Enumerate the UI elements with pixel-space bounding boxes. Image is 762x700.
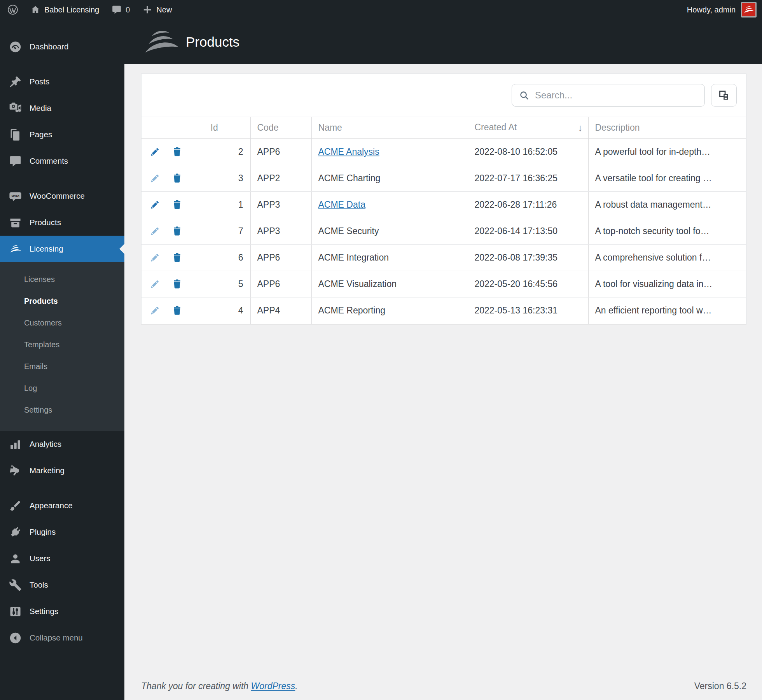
submenu-item-customers[interactable]: Customers <box>0 312 124 334</box>
product-name-link[interactable]: ACME Analysis <box>318 147 379 157</box>
product-name-link[interactable]: ACME Data <box>318 200 365 210</box>
sidebar-item-comments[interactable]: Comments <box>0 148 124 174</box>
sidebar-item-media[interactable]: Media <box>0 95 124 121</box>
copy-export-button[interactable] <box>711 84 737 107</box>
submenu-item-emails[interactable]: Emails <box>0 355 124 377</box>
svg-text:Woo: Woo <box>11 193 19 198</box>
edit-button[interactable] <box>149 146 161 158</box>
howdy-text[interactable]: Howdy, admin <box>687 5 736 14</box>
products-table: IdCodeNameCreated At↓Description 2APP6AC… <box>142 117 746 324</box>
cell-created-at: 2022-05-13 16:23:31 <box>468 298 588 324</box>
cell-created-at: 2022-06-08 17:39:35 <box>468 245 588 271</box>
sidebar-item-marketing[interactable]: Marketing <box>0 457 124 484</box>
delete-button[interactable] <box>171 146 183 158</box>
column-header-name[interactable]: Name <box>311 117 468 139</box>
home-icon <box>30 5 40 15</box>
cell-code: APP3 <box>250 192 311 218</box>
cell-name: ACME Security <box>311 218 468 245</box>
search-box <box>512 84 705 107</box>
table-row: 1APP3ACME Data2022-06-28 17:11:26A robus… <box>142 192 746 218</box>
page-title: Products <box>186 34 239 50</box>
cell-description: A tool for visualizing data in… <box>588 271 746 298</box>
sidebar-item-licensing[interactable]: Licensing <box>0 236 124 262</box>
submenu-item-products[interactable]: Products <box>0 290 124 312</box>
cell-id: 1 <box>204 192 250 218</box>
site-name-link[interactable]: Babel Licensing <box>24 0 105 19</box>
sidebar-item-posts[interactable]: Posts <box>0 68 124 95</box>
comment-bubble-icon <box>112 5 122 15</box>
plus-icon <box>142 5 152 15</box>
wrench-icon <box>6 579 24 592</box>
cell-description: A versatile tool for creating … <box>588 165 746 192</box>
cell-code: APP6 <box>250 271 311 298</box>
sidebar-item-settings[interactable]: Settings <box>0 598 124 625</box>
submenu-item-templates[interactable]: Templates <box>0 334 124 355</box>
delete-button[interactable] <box>171 252 183 263</box>
wordpress-menu[interactable] <box>0 0 24 19</box>
row-actions <box>142 165 204 192</box>
sidebar-item-woocommerce[interactable]: WooWooCommerce <box>0 183 124 209</box>
submenu-item-licenses[interactable]: Licenses <box>0 268 124 290</box>
cell-id: 2 <box>204 139 250 165</box>
sidebar-item-analytics[interactable]: Analytics <box>0 431 124 457</box>
edit-button[interactable] <box>149 173 161 184</box>
cell-id: 6 <box>204 245 250 271</box>
new-content-button[interactable]: New <box>136 0 178 19</box>
column-header-id[interactable]: Id <box>204 117 250 139</box>
delete-button[interactable] <box>171 199 183 210</box>
user-icon <box>6 552 24 565</box>
babel-logo-icon <box>6 243 24 256</box>
delete-button[interactable] <box>171 305 183 316</box>
woocommerce-icon: Woo <box>6 190 24 203</box>
delete-button[interactable] <box>171 278 183 290</box>
paintbrush-icon <box>6 499 24 512</box>
admin-bar: Babel Licensing 0 New Howdy, admin <box>0 0 762 19</box>
cell-description: An efficient reporting tool w… <box>588 298 746 324</box>
column-header-code[interactable]: Code <box>250 117 311 139</box>
sidebar-item-collapse-menu[interactable]: Collapse menu <box>0 625 124 651</box>
search-input[interactable] <box>535 90 697 101</box>
sidebar-item-dashboard[interactable]: Dashboard <box>0 33 124 60</box>
table-row: 5APP6ACME Visualization2022-05-20 16:45:… <box>142 271 746 298</box>
page-header: Products <box>124 19 762 64</box>
footer: Thank you for creating with WordPress. V… <box>141 681 746 691</box>
copy-icon <box>718 89 730 102</box>
cell-name: ACME Integration <box>311 245 468 271</box>
edit-button[interactable] <box>149 252 161 263</box>
cell-code: APP3 <box>250 218 311 245</box>
table-row: 4APP4ACME Reporting2022-05-13 16:23:31An… <box>142 298 746 324</box>
sidebar-item-products[interactable]: Products <box>0 209 124 236</box>
edit-button[interactable] <box>149 199 161 210</box>
avatar[interactable] <box>741 2 757 18</box>
delete-button[interactable] <box>171 226 183 237</box>
row-actions <box>142 298 204 324</box>
table-row: 6APP6ACME Integration2022-06-08 17:39:35… <box>142 245 746 271</box>
sidebar-item-tools[interactable]: Tools <box>0 572 124 598</box>
sidebar-item-users[interactable]: Users <box>0 545 124 572</box>
wordpress-logo-icon <box>7 4 19 16</box>
sidebar-item-appearance[interactable]: Appearance <box>0 492 124 519</box>
cell-created-at: 2022-05-20 16:45:56 <box>468 271 588 298</box>
column-header-created-at[interactable]: Created At↓ <box>468 117 588 139</box>
cell-name: ACME Analysis <box>311 139 468 165</box>
sidebar-item-plugins[interactable]: Plugins <box>0 519 124 545</box>
sidebar-item-pages[interactable]: Pages <box>0 121 124 148</box>
cell-description: A top-notch security tool fo… <box>588 218 746 245</box>
submenu-item-log[interactable]: Log <box>0 377 124 399</box>
row-actions <box>142 271 204 298</box>
product-name: ACME Charting <box>318 173 381 183</box>
footer-thanks: Thank you for creating with WordPress. <box>141 681 298 691</box>
comments-indicator[interactable]: 0 <box>105 0 136 19</box>
edit-button[interactable] <box>149 226 161 237</box>
cell-code: APP4 <box>250 298 311 324</box>
version-text: Version 6.5.2 <box>694 681 746 691</box>
column-header-description[interactable]: Description <box>588 117 746 139</box>
delete-button[interactable] <box>171 173 183 184</box>
collapse-icon <box>6 632 24 644</box>
edit-button[interactable] <box>149 278 161 290</box>
table-header-row: IdCodeNameCreated At↓Description <box>142 117 746 139</box>
wordpress-link[interactable]: WordPress <box>251 681 295 691</box>
column-header-actions[interactable] <box>142 117 204 139</box>
edit-button[interactable] <box>149 305 161 316</box>
submenu-item-settings[interactable]: Settings <box>0 399 124 421</box>
